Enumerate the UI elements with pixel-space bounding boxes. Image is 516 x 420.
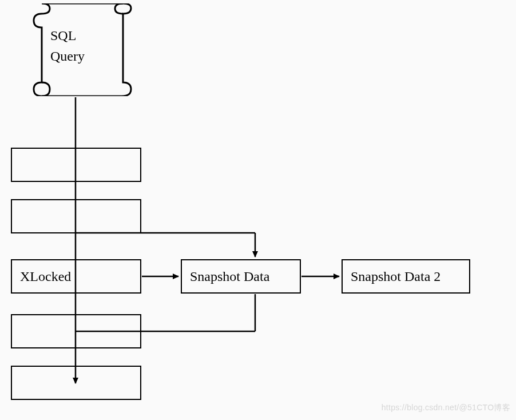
row-box-1 bbox=[11, 148, 141, 182]
row-box-4 bbox=[11, 314, 141, 348]
snapshot-data-2-box: Snapshot Data 2 bbox=[342, 259, 470, 294]
row-box-2 bbox=[11, 199, 141, 233]
xlocked-label: XLocked bbox=[20, 269, 71, 284]
xlocked-box: XLocked bbox=[11, 259, 141, 294]
snapshot-data-label: Snapshot Data bbox=[190, 269, 269, 284]
snapshot-data-box: Snapshot Data bbox=[181, 259, 301, 294]
row-box-5 bbox=[11, 366, 141, 400]
scroll-line2: Query bbox=[50, 46, 85, 66]
scroll-label: SQL Query bbox=[50, 25, 85, 66]
watermark: https://blog.csdn.net/@51CTO博客 bbox=[382, 403, 510, 413]
scroll-line1: SQL bbox=[50, 25, 85, 46]
snapshot-data-2-label: Snapshot Data 2 bbox=[351, 269, 440, 284]
